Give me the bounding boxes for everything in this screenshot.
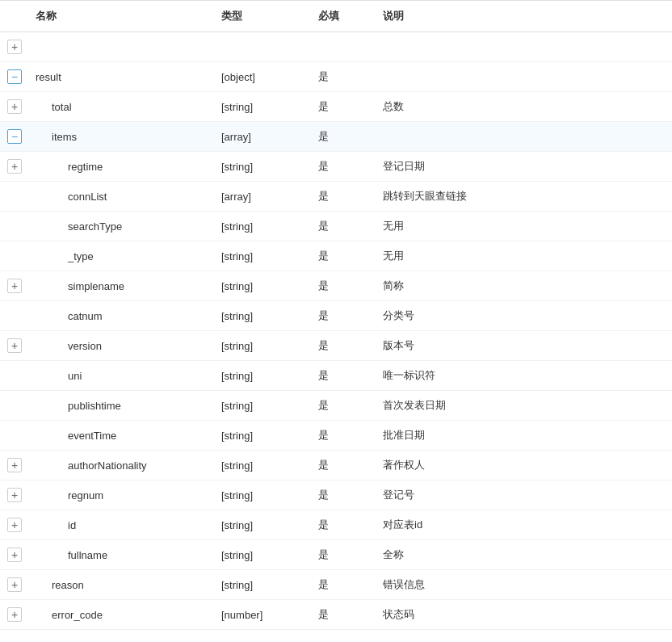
table-row: searchType[string]是无用: [0, 212, 672, 241]
field-name: regtime: [29, 152, 215, 182]
field-desc: 状态码: [376, 600, 672, 630]
field-required: 是: [312, 62, 376, 92]
field-required: 是: [312, 480, 376, 510]
header-type: 类型: [215, 1, 312, 32]
field-desc: 批准日期: [376, 421, 672, 451]
field-desc: 唯一标识符: [376, 361, 672, 391]
field-type: [string]: [215, 480, 312, 510]
field-name: simplename: [29, 271, 215, 301]
field-required: 是: [312, 241, 376, 271]
expand-button[interactable]: +: [7, 99, 22, 114]
field-desc: 全称: [376, 540, 672, 570]
field-name: reason: [29, 570, 215, 600]
expand-button[interactable]: +: [7, 279, 22, 293]
field-desc: 分类号: [376, 301, 672, 331]
field-type: [string]: [215, 92, 312, 122]
table-row: −items[array]是: [0, 122, 672, 152]
expand-button[interactable]: +: [7, 338, 22, 353]
field-name: uni: [29, 361, 215, 391]
field-desc: [376, 32, 672, 62]
field-type: [string]: [215, 152, 312, 182]
field-type: [array]: [215, 182, 312, 212]
table-row: publishtime[string]是首次发表日期: [0, 391, 672, 421]
field-type: [array]: [215, 122, 312, 152]
field-required: 是: [312, 540, 376, 570]
field-required: [312, 32, 376, 62]
table-row: +simplename[string]是简称: [0, 271, 672, 301]
expand-button[interactable]: +: [7, 548, 22, 562]
expand-button[interactable]: +: [7, 40, 22, 54]
table-row: +id[string]是对应表id: [0, 510, 672, 540]
field-name: regnum: [29, 480, 215, 510]
toggle-empty: [0, 241, 29, 271]
field-required: 是: [312, 212, 376, 241]
field-desc: 无用: [376, 241, 672, 271]
collapse-button[interactable]: −: [7, 69, 22, 84]
toggle-empty: [0, 212, 29, 241]
collapse-button[interactable]: −: [7, 129, 22, 144]
field-type: [string]: [215, 391, 312, 421]
field-required: 是: [312, 361, 376, 391]
table-row: _type[string]是无用: [0, 241, 672, 271]
field-required: 是: [312, 331, 376, 361]
table-header-row: 名称 类型 必填 说明: [0, 1, 672, 32]
table-row: +fullname[string]是全称: [0, 540, 672, 570]
table-row: +: [0, 32, 672, 62]
expand-button[interactable]: +: [7, 607, 22, 622]
expand-button[interactable]: +: [7, 518, 22, 532]
table-row: +authorNationality[string]是著作权人: [0, 451, 672, 480]
field-name: catnum: [29, 301, 215, 331]
expand-button[interactable]: +: [7, 458, 22, 472]
field-required: 是: [312, 391, 376, 421]
table-row: −result[object]是: [0, 62, 672, 92]
field-type: [string]: [215, 421, 312, 451]
header-toggle: [0, 1, 29, 32]
schema-table: 名称 类型 必填 说明 +−result[object]是+total[stri…: [0, 0, 672, 630]
toggle-empty: [0, 421, 29, 451]
toggle-empty: [0, 301, 29, 331]
header-required: 必填: [312, 1, 376, 32]
field-name: total: [29, 92, 215, 122]
field-type: [string]: [215, 451, 312, 480]
table-row: connList[array]是跳转到天眼查链接: [0, 182, 672, 212]
field-name: fullname: [29, 540, 215, 570]
field-type: [string]: [215, 331, 312, 361]
field-desc: 登记日期: [376, 152, 672, 182]
field-required: 是: [312, 92, 376, 122]
table-row: +version[string]是版本号: [0, 331, 672, 361]
expand-button[interactable]: +: [7, 488, 22, 502]
field-desc: [376, 62, 672, 92]
field-desc: 跳转到天眼查链接: [376, 182, 672, 212]
expand-button[interactable]: +: [7, 577, 22, 592]
field-desc: [376, 122, 672, 152]
table-row: +error_code[number]是状态码: [0, 600, 672, 630]
table-body: +−result[object]是+total[string]是总数−items…: [0, 32, 672, 630]
field-type: [string]: [215, 361, 312, 391]
field-type: [string]: [215, 271, 312, 301]
field-type: [number]: [215, 600, 312, 630]
header-desc: 说明: [376, 1, 672, 32]
field-required: 是: [312, 451, 376, 480]
table-row: +regtime[string]是登记日期: [0, 152, 672, 182]
expand-button[interactable]: +: [7, 159, 22, 174]
field-required: 是: [312, 122, 376, 152]
field-desc: 总数: [376, 92, 672, 122]
field-type: [string]: [215, 540, 312, 570]
field-required: 是: [312, 271, 376, 301]
field-type: [string]: [215, 301, 312, 331]
toggle-empty: [0, 182, 29, 212]
field-name: [29, 32, 215, 62]
toggle-empty: [0, 391, 29, 421]
field-required: 是: [312, 570, 376, 600]
table-row: catnum[string]是分类号: [0, 301, 672, 331]
field-desc: 著作权人: [376, 451, 672, 480]
field-name: items: [29, 122, 215, 152]
field-name: error_code: [29, 600, 215, 630]
field-name: connList: [29, 182, 215, 212]
field-required: 是: [312, 182, 376, 212]
field-name: result: [29, 62, 215, 92]
field-required: 是: [312, 600, 376, 630]
field-name: version: [29, 331, 215, 361]
field-desc: 错误信息: [376, 570, 672, 600]
field-desc: 版本号: [376, 331, 672, 361]
